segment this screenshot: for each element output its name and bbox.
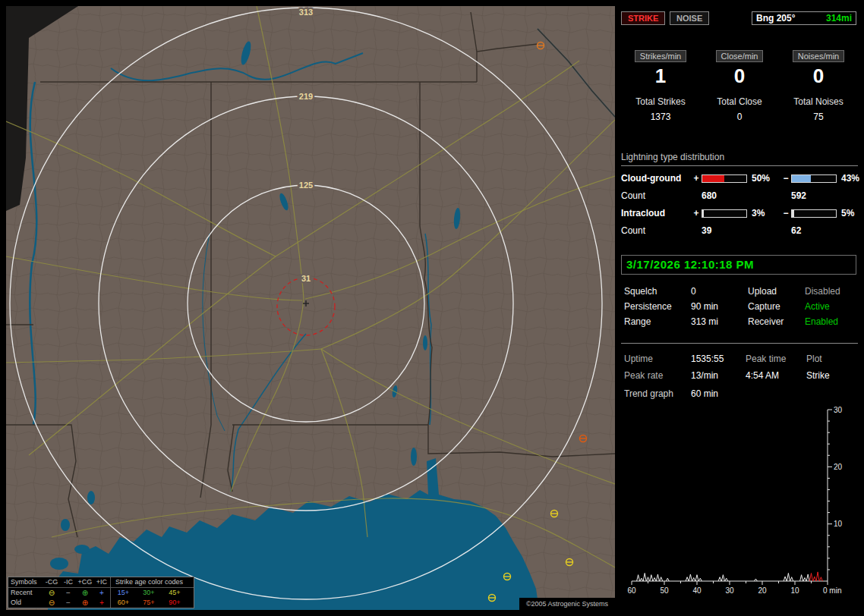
trend-graph-label: Trend graph xyxy=(624,388,691,399)
age-45-label: 45+ xyxy=(162,588,188,598)
svg-text:125: 125 xyxy=(299,181,313,190)
ic-plus-bar xyxy=(702,209,747,218)
total-strikes-label: Total Strikes xyxy=(621,96,700,107)
cg-count-label: Count xyxy=(621,190,691,201)
noise-button[interactable]: NOISE xyxy=(670,11,709,25)
close-per-min-value: 0 xyxy=(700,64,779,87)
map-canvas[interactable]: 313 219 125 31 xyxy=(6,6,615,610)
upload-label: Upload xyxy=(748,286,805,297)
neg-ic-recent-icon: − xyxy=(60,589,77,598)
range-value: 313 mi xyxy=(691,316,748,327)
noises-per-min-value: 0 xyxy=(779,64,858,87)
legend-recent-row: Recent ⊖ − ⊕ + 15+ 30+ 45+ xyxy=(8,588,194,598)
map-panel: 313 219 125 31 Symbols -CG -IC +CG +IC S… xyxy=(6,6,615,610)
squelch-value: 0 xyxy=(691,286,748,297)
ic-plus-count: 39 xyxy=(702,225,749,236)
strikes-per-min-chip[interactable]: Strikes/min xyxy=(635,50,686,62)
strike-button[interactable]: STRIKE xyxy=(621,11,665,25)
cg-plus-percent: 50% xyxy=(749,173,780,184)
y-tick-20: 20 xyxy=(834,463,843,471)
distribution-title: Lightning type distribution xyxy=(621,152,858,166)
stats-section: Uptime 1535:55 Peak time Plot Peak rate … xyxy=(621,350,858,384)
legend-neg-cg-header: -CG xyxy=(43,577,60,587)
close-column: Close/min 0 Total Close 0 xyxy=(700,49,779,122)
squelch-label: Squelch xyxy=(624,286,691,297)
ic-minus-bar xyxy=(791,209,837,218)
neg-ic-old-icon: − xyxy=(60,599,77,608)
legend-old-label: Old xyxy=(8,598,43,608)
lightning-distribution-section: Lightning type distribution Cloud-ground… xyxy=(621,152,858,239)
cg-plus-sign: + xyxy=(691,173,702,184)
cg-minus-count: 592 xyxy=(791,190,838,201)
capture-status: Active xyxy=(805,301,858,312)
peak-rate-label: Peak rate xyxy=(624,370,691,381)
bearing-label: Bng 205° xyxy=(756,13,795,24)
x-tick-0: 0 min xyxy=(823,586,841,595)
legend-age-header: Strike age color codes xyxy=(110,577,188,587)
noises-column: Noises/min 0 Total Noises 75 xyxy=(779,49,858,122)
bearing-box[interactable]: Bng 205° 314mi xyxy=(752,11,856,25)
legend-symbols-header: Symbols xyxy=(8,577,43,587)
pos-cg-old-icon: ⊕ xyxy=(77,599,93,608)
trend-graph-header: Trend graph 60 min xyxy=(621,388,858,399)
stats-row: Uptime 1535:55 Peak time Plot xyxy=(621,350,858,367)
age-15-label: 15+ xyxy=(110,588,136,598)
age-60-label: 60+ xyxy=(110,598,136,608)
receiver-label: Receiver xyxy=(748,316,805,327)
x-tick-20: 20 xyxy=(758,586,767,595)
copyright-label: ©2005 Astrogenic Systems xyxy=(519,598,615,610)
total-close-value: 0 xyxy=(700,112,779,122)
strikes-column: Strikes/min 1 Total Strikes 1373 xyxy=(621,49,700,122)
legend-old-row: Old ⊖ − ⊕ + 60+ 75+ 90+ xyxy=(8,598,194,608)
neg-cg-old-icon: ⊖ xyxy=(43,599,60,608)
uptime-value: 1535:55 xyxy=(691,354,746,364)
axis-ticks xyxy=(632,410,832,585)
total-strikes-value: 1373 xyxy=(621,112,700,122)
ic-minus-percent: 5% xyxy=(838,208,858,218)
legend-neg-ic-header: -IC xyxy=(60,577,77,587)
peak-rate-value: 13/min xyxy=(691,370,746,381)
trend-series-total xyxy=(637,574,810,582)
settings-row: Range 313 mi Receiver Enabled xyxy=(621,314,858,329)
svg-text:31: 31 xyxy=(301,274,311,283)
trend-graph: 30 20 10 60 50 40 30 20 10 0 min xyxy=(621,405,858,607)
plot-label: Plot xyxy=(806,354,858,364)
receiver-status: Enabled xyxy=(805,316,858,327)
legend-recent-label: Recent xyxy=(8,588,43,598)
ic-minus-count: 62 xyxy=(791,225,838,236)
capture-label: Capture xyxy=(748,301,805,312)
x-tick-50: 50 xyxy=(660,586,669,595)
cg-minus-bar xyxy=(791,174,837,183)
pos-ic-old-icon: + xyxy=(93,599,110,608)
intracloud-label: Intracloud xyxy=(621,208,691,218)
x-tick-10: 10 xyxy=(790,586,799,595)
right-panel: STRIKE NOISE Bng 205° 314mi Strikes/min … xyxy=(621,6,858,610)
age-90-label: 90+ xyxy=(162,598,188,608)
x-tick-30: 30 xyxy=(725,586,734,595)
noises-per-min-chip[interactable]: Noises/min xyxy=(793,50,844,62)
cg-plus-bar xyxy=(702,174,747,183)
cg-plus-count: 680 xyxy=(702,190,749,201)
ic-plus-sign: + xyxy=(691,208,702,218)
pos-cg-recent-icon: ⊕ xyxy=(77,589,93,598)
settings-row: Persistence 90 min Capture Active xyxy=(621,299,858,314)
total-noises-label: Total Noises xyxy=(779,96,858,107)
trend-graph-duration: 60 min xyxy=(691,388,858,399)
ic-plus-percent: 3% xyxy=(749,208,780,218)
age-75-label: 75+ xyxy=(136,598,162,608)
app-window: { "map": { "ring_labels": ["313", "219",… xyxy=(0,0,864,616)
persistence-value: 90 min xyxy=(691,301,748,312)
datetime-display: 3/17/2026 12:10:18 PM xyxy=(621,255,856,275)
svg-text:313: 313 xyxy=(299,8,313,17)
intracloud-count-row: Count 39 62 xyxy=(621,222,858,239)
strikes-per-min-value: 1 xyxy=(621,64,700,87)
legend-pos-ic-header: +IC xyxy=(93,577,110,587)
intracloud-row: Intracloud + 3% − 5% xyxy=(621,204,858,222)
ic-count-label: Count xyxy=(621,225,691,236)
trend-series-recent xyxy=(810,572,823,581)
peak-time-label: Peak time xyxy=(746,354,806,364)
close-per-min-chip[interactable]: Close/min xyxy=(716,50,764,62)
settings-row: Squelch 0 Upload Disabled xyxy=(621,284,858,299)
panel-topbar: STRIKE NOISE Bng 205° 314mi xyxy=(621,11,858,27)
legend-header-row: Symbols -CG -IC +CG +IC Strike age color… xyxy=(8,577,194,588)
